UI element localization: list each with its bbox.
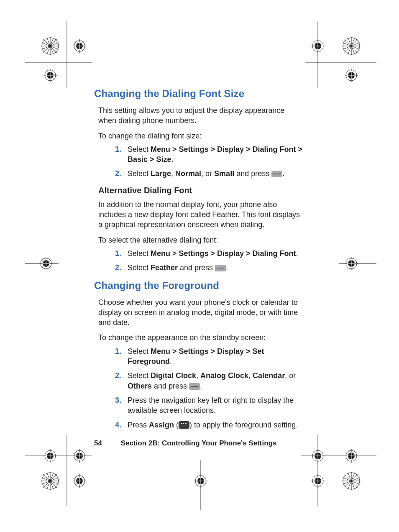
subheading-alt-font: Alternative Dialing Font: [98, 186, 303, 195]
step-text: Press the navigation key left or right t…: [128, 396, 294, 414]
step-item: Select Menu > Settings > Display > Diali…: [128, 144, 303, 165]
intro-para: Choose whether you want your phone's clo…: [98, 297, 303, 328]
lead-in: To select the alternative dialing font:: [98, 235, 303, 245]
step-text: and press: [178, 263, 215, 272]
step-text: ,: [248, 371, 253, 380]
step-text: ,: [171, 169, 175, 178]
step-text: and press: [234, 169, 271, 178]
step-item: Select Digital Clock, Analog Clock, Cale…: [128, 371, 303, 391]
step-text: ) to apply the foreground setting.: [189, 421, 298, 429]
lead-in: To change the dialing font size:: [98, 131, 303, 141]
crop-mark-icon: [339, 251, 376, 276]
step-text: Select: [128, 145, 151, 153]
step-item: Select Large, Normal, or Small and press…: [128, 169, 303, 179]
menu-path: Menu > Settings > Display > Dialing Font…: [128, 145, 302, 164]
option-analog-clock: Analog Clock: [200, 371, 248, 380]
page-footer: 54 Section 2B: Controlling Your Phone's …: [94, 439, 276, 448]
ok-key-icon: [189, 383, 200, 390]
lead-in: To change the appearance on the standby …: [98, 332, 303, 343]
ok-key-icon: [271, 171, 282, 177]
option-normal: Normal: [175, 169, 201, 178]
option-small: Small: [214, 169, 234, 178]
step-text: Select: [128, 347, 151, 356]
step-text: Select: [128, 371, 151, 380]
option-calendar: Calendar: [253, 371, 285, 380]
step-text: ,: [196, 371, 200, 380]
step-text: Select: [128, 169, 151, 178]
heading-dialing-font-size: Changing the Dialing Font Size: [94, 88, 303, 100]
menu-path: Menu > Settings > Display > Dialing Font: [151, 249, 296, 258]
step-item: Select Menu > Settings > Display > Diali…: [128, 248, 303, 258]
step-text: , or: [285, 371, 296, 380]
step-text: .: [226, 263, 228, 272]
crop-mark-icon: [25, 21, 92, 88]
option-large: Large: [151, 169, 171, 178]
option-feather: Feather: [151, 263, 178, 272]
crop-mark-icon: [305, 21, 376, 88]
ok-key-icon: [215, 265, 226, 271]
steps-list: Select Menu > Settings > Display > Diali…: [115, 144, 303, 179]
crop-mark-icon: [301, 435, 376, 506]
step-text: .: [296, 249, 298, 258]
page-content: Changing the Dialing Font Size This sett…: [94, 88, 303, 437]
crop-mark-icon: [25, 435, 92, 506]
step-text: , or: [201, 169, 214, 178]
steps-list: Select Menu > Settings > Display > Diali…: [115, 248, 303, 273]
step-text: Select: [128, 249, 151, 258]
section-label: Section 2B: Controlling Your Phone's Set…: [121, 439, 277, 447]
option-assign: Assign: [149, 421, 174, 429]
crop-mark-icon: [25, 251, 59, 276]
step-item: Press the navigation key left or right t…: [128, 395, 303, 416]
step-item: Select Menu > Settings > Display > Set F…: [128, 346, 303, 367]
step-item: Press Assign () to apply the foreground …: [128, 420, 303, 430]
step-text: (: [174, 421, 179, 429]
step-text: Press: [128, 421, 149, 429]
intro-para: In addition to the normal display font, …: [98, 200, 303, 230]
softkey-icon: [179, 421, 189, 429]
steps-list: Select Menu > Settings > Display > Set F…: [115, 346, 303, 430]
step-text: Select: [128, 263, 151, 272]
step-text: and press: [152, 382, 189, 390]
step-text: .: [171, 155, 174, 164]
step-text: .: [200, 382, 202, 390]
step-text: .: [282, 169, 284, 178]
heading-foreground: Changing the Foreground: [94, 280, 303, 292]
page-number: 54: [94, 439, 102, 447]
option-digital-clock: Digital Clock: [151, 371, 196, 380]
crop-mark-icon: [180, 460, 222, 510]
step-text: .: [170, 357, 172, 366]
intro-para: This setting allows you to adjust the di…: [98, 105, 303, 126]
step-item: Select Feather and press .: [128, 263, 303, 273]
option-others: Others: [128, 382, 152, 390]
